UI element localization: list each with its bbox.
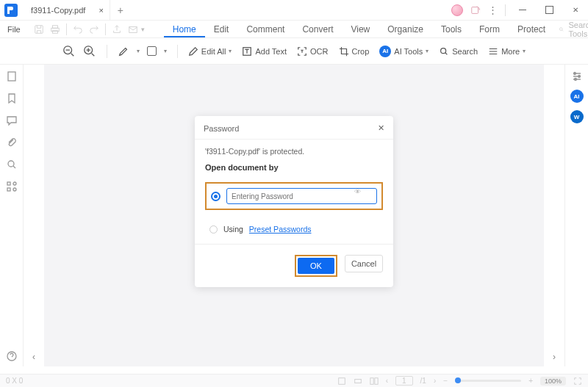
chevron-down-icon: ▾: [426, 48, 429, 54]
zoom-out-icon[interactable]: [62, 45, 76, 58]
text-icon: [242, 46, 252, 57]
tab-comment[interactable]: Comment: [237, 21, 293, 37]
file-menu[interactable]: File: [3, 23, 25, 35]
zoom-in-icon[interactable]: [83, 45, 96, 58]
search-button[interactable]: Search: [439, 46, 478, 57]
svg-point-15: [13, 182, 16, 185]
chevron-down-icon[interactable]: ▾: [137, 48, 140, 54]
settings-icon[interactable]: [571, 70, 583, 82]
avatar[interactable]: [451, 4, 463, 16]
help-icon[interactable]: [6, 350, 18, 362]
svg-rect-11: [8, 72, 15, 81]
radio-unselected[interactable]: [209, 225, 218, 234]
svg-rect-1: [35, 25, 43, 33]
preset-option: Using Preset Passwords: [209, 225, 383, 234]
kebab-menu-icon[interactable]: ⋮: [488, 4, 498, 15]
tab-convert[interactable]: Convert: [293, 21, 342, 37]
password-dialog: Password ✕ 'f3911-Copy.pdf' is protected…: [195, 116, 393, 287]
preset-passwords-link[interactable]: Preset Passwords: [249, 225, 312, 234]
tab-view[interactable]: View: [342, 21, 379, 37]
svg-rect-23: [370, 377, 373, 384]
svg-point-20: [574, 79, 576, 81]
print-icon[interactable]: [50, 24, 60, 35]
scroll-right[interactable]: ›: [544, 65, 564, 366]
svg-point-6: [559, 27, 562, 30]
document-tab[interactable]: f3911-Copy.pdf ×: [22, 0, 110, 21]
more-button[interactable]: More ▾: [488, 46, 526, 57]
redo-icon[interactable]: [89, 24, 99, 35]
tab-edit[interactable]: Edit: [205, 21, 238, 37]
fullscreen-icon[interactable]: [573, 377, 582, 386]
svg-rect-0: [472, 7, 478, 13]
ok-highlight: OK: [295, 255, 337, 277]
maximize-button[interactable]: [539, 1, 559, 20]
sidebar-left: [0, 65, 24, 366]
tab-organize[interactable]: Organize: [379, 21, 432, 37]
ocr-icon: [297, 46, 307, 57]
chevron-down-icon: ▾: [523, 48, 526, 54]
svg-point-16: [13, 188, 16, 191]
search-tools-input[interactable]: Search Tools: [568, 21, 588, 38]
highlighter-icon[interactable]: [118, 46, 129, 57]
ai-tools-button[interactable]: AI AI Tools ▾: [379, 46, 429, 57]
crop-button[interactable]: Crop: [339, 46, 370, 57]
radio-selected[interactable]: [211, 192, 220, 201]
next-page-button[interactable]: ›: [434, 377, 436, 385]
chevron-down-icon[interactable]: ▾: [164, 48, 167, 54]
bookmarks-icon[interactable]: [6, 93, 18, 104]
add-text-button[interactable]: Add Text: [242, 46, 287, 57]
chevron-down-icon[interactable]: ▾: [141, 26, 145, 33]
dialog-title: Password: [204, 124, 239, 133]
tab-protect[interactable]: Protect: [509, 21, 554, 37]
zoom-in-small[interactable]: +: [528, 377, 533, 385]
two-page-icon[interactable]: [370, 377, 379, 386]
thumbnails-icon[interactable]: [6, 70, 18, 82]
minimize-button[interactable]: [513, 1, 532, 20]
dimensions-label: 0 X 0: [6, 377, 23, 385]
title-bar: f3911-Copy.pdf × + ⋮: [0, 0, 588, 21]
undo-icon[interactable]: [73, 24, 83, 35]
add-tab-button[interactable]: +: [110, 4, 131, 16]
shape-icon[interactable]: [147, 46, 157, 56]
ocr-button[interactable]: OCR: [297, 46, 328, 57]
dialog-message: 'f3911-Copy.pdf' is protected.: [205, 147, 383, 156]
panel-search-icon[interactable]: [6, 159, 18, 170]
page-total: /1: [420, 377, 426, 385]
scroll-left[interactable]: ‹: [24, 65, 44, 366]
zoom-display[interactable]: 100%: [540, 377, 566, 386]
ai-sidebar-icon[interactable]: AI: [570, 90, 584, 103]
fields-icon[interactable]: [6, 181, 18, 192]
chevron-down-icon: ▾: [229, 48, 232, 54]
sidebar-right: AI W: [564, 65, 588, 366]
svg-rect-13: [7, 182, 10, 185]
close-icon[interactable]: ×: [98, 6, 103, 15]
share-icon[interactable]: [112, 24, 122, 35]
window-close-button[interactable]: [566, 1, 585, 20]
word-sidebar-icon[interactable]: W: [570, 110, 584, 123]
svg-rect-21: [338, 377, 345, 384]
edit-all-button[interactable]: Edit All ▾: [188, 46, 232, 57]
page-input[interactable]: 1: [395, 376, 413, 386]
save-icon[interactable]: [34, 24, 44, 35]
ai-badge-icon: AI: [379, 46, 391, 57]
prev-page-button[interactable]: ‹: [386, 377, 388, 385]
eye-icon[interactable]: 👁: [354, 188, 361, 195]
ok-button[interactable]: OK: [298, 258, 334, 274]
tab-home[interactable]: Home: [164, 21, 205, 37]
close-icon[interactable]: ✕: [378, 123, 384, 133]
svg-point-10: [441, 48, 446, 53]
fit-width-icon[interactable]: [354, 377, 362, 386]
app-logo: [4, 4, 18, 17]
attachments-icon[interactable]: [6, 137, 18, 148]
zoom-out-small[interactable]: −: [443, 377, 448, 385]
tab-tools[interactable]: Tools: [432, 21, 470, 37]
notification-icon[interactable]: [470, 5, 481, 15]
tab-form[interactable]: Form: [470, 21, 509, 37]
comments-icon[interactable]: [6, 115, 18, 126]
fit-page-icon[interactable]: [337, 377, 346, 386]
cancel-button[interactable]: Cancel: [345, 255, 383, 272]
crop-icon: [339, 46, 349, 57]
zoom-slider[interactable]: [455, 380, 521, 382]
mail-icon[interactable]: [128, 24, 138, 35]
svg-rect-24: [375, 377, 378, 384]
